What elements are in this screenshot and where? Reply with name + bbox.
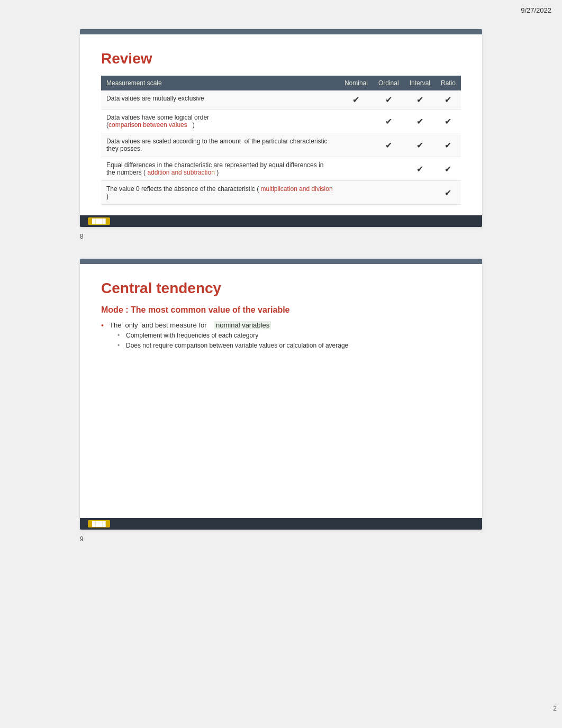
row3-ratio: ✔ bbox=[436, 133, 461, 157]
row2-ratio: ✔ bbox=[436, 110, 461, 133]
table-row: Equal differences in the characteristic … bbox=[101, 157, 461, 181]
page-right-num: 2 bbox=[553, 705, 557, 712]
date-label: 9/27/2022 bbox=[521, 6, 551, 14]
slide-review-title: Review bbox=[101, 50, 461, 67]
row2-nominal bbox=[339, 110, 373, 133]
bullet-main-text: The only and best measure for bbox=[110, 321, 214, 329]
row1-ordinal: ✔ bbox=[373, 90, 404, 110]
row2-interval: ✔ bbox=[404, 110, 436, 133]
row1-interval: ✔ bbox=[404, 90, 436, 110]
review-table: Measurement scale Nominal Ordinal Interv… bbox=[101, 76, 461, 205]
slide2-badge: ████ bbox=[88, 520, 110, 527]
row2-highlight: comparison between values bbox=[108, 121, 187, 129]
col-header-nominal: Nominal bbox=[339, 76, 373, 90]
slide-review: Review Measurement scale Nominal Ordinal… bbox=[80, 29, 482, 227]
slide1-bottom-bar: ████ bbox=[80, 215, 482, 227]
slide1-page-num: 8 bbox=[80, 233, 84, 240]
slide-central-tendency: Central tendency Mode : The most common … bbox=[80, 259, 482, 530]
row1-ratio: ✔ bbox=[436, 90, 461, 110]
row4-ordinal bbox=[373, 157, 404, 181]
slide1-badge: ████ bbox=[88, 217, 110, 225]
table-row: Data values have some logical order (com… bbox=[101, 110, 461, 133]
row1-desc: Data values are mutually exclusive bbox=[101, 90, 339, 110]
row1-nominal: ✔ bbox=[339, 90, 373, 110]
col-header-ordinal: Ordinal bbox=[373, 76, 404, 90]
row4-ratio: ✔ bbox=[436, 157, 461, 181]
sub-bullet-list: Complement with frequencies of each cate… bbox=[117, 332, 461, 349]
slide2-bottom-bar: ████ bbox=[80, 518, 482, 530]
table-row: The value 0 reflects the absence of the … bbox=[101, 181, 461, 205]
col-header-ratio: Ratio bbox=[436, 76, 461, 90]
row5-highlight: multiplication and division bbox=[260, 185, 332, 193]
col-header-interval: Interval bbox=[404, 76, 436, 90]
row3-desc: Data values are scaled according to the … bbox=[101, 133, 339, 157]
row4-desc: Equal differences in the characteristic … bbox=[101, 157, 339, 181]
table-row: Data values are scaled according to the … bbox=[101, 133, 461, 157]
row4-interval: ✔ bbox=[404, 157, 436, 181]
list-item: The only and best measure for nominal va… bbox=[101, 321, 461, 349]
row3-ordinal: ✔ bbox=[373, 133, 404, 157]
row5-desc: The value 0 reflects the absence of the … bbox=[101, 181, 339, 205]
slide2-title: Central tendency bbox=[101, 280, 461, 297]
slide2-content: Central tendency Mode : The most common … bbox=[80, 264, 482, 518]
slide-top-bar bbox=[80, 29, 482, 34]
slide2-top-bar bbox=[80, 259, 482, 264]
row5-ordinal bbox=[373, 181, 404, 205]
row4-highlight: addition and subtraction bbox=[147, 169, 214, 176]
slide-review-content: Review Measurement scale Nominal Ordinal… bbox=[80, 34, 482, 215]
nominal-variables-highlight: nominal variables bbox=[214, 321, 271, 329]
col-header-measurement: Measurement scale bbox=[101, 76, 339, 90]
row5-interval bbox=[404, 181, 436, 205]
sub-list-item: Complement with frequencies of each cate… bbox=[117, 332, 461, 339]
row5-nominal bbox=[339, 181, 373, 205]
row3-interval: ✔ bbox=[404, 133, 436, 157]
row2-ordinal: ✔ bbox=[373, 110, 404, 133]
row4-nominal bbox=[339, 157, 373, 181]
sub-list-item: Does not require comparison between vari… bbox=[117, 342, 461, 349]
row2-desc: Data values have some logical order (com… bbox=[101, 110, 339, 133]
row5-ratio: ✔ bbox=[436, 181, 461, 205]
mode-section-title: Mode : The most common value of the vari… bbox=[101, 305, 461, 315]
slide2-page-num: 9 bbox=[80, 535, 84, 543]
mode-bullet-list: The only and best measure for nominal va… bbox=[101, 321, 461, 349]
row3-nominal bbox=[339, 133, 373, 157]
table-row: Data values are mutually exclusive ✔ ✔ ✔… bbox=[101, 90, 461, 110]
